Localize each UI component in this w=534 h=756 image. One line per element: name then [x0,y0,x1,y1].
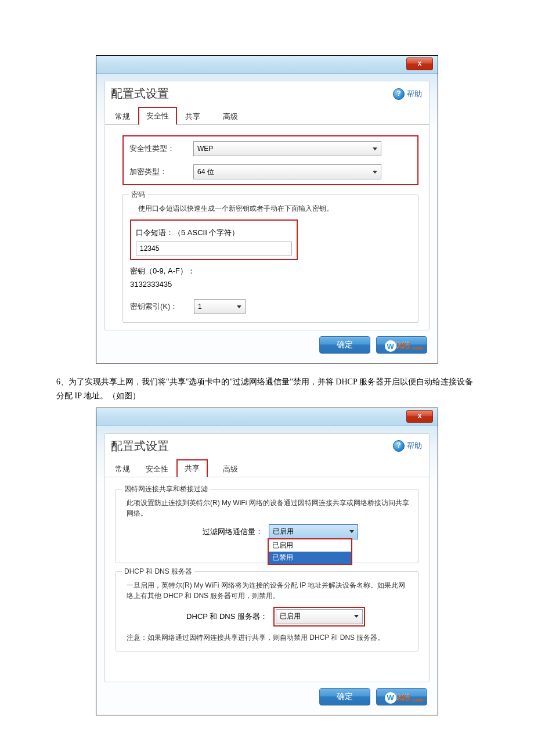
key-index-select[interactable]: 1 [194,299,246,314]
cancel-label: 取消 [394,692,410,702]
encrypt-type-select[interactable]: 64 位 [193,164,381,179]
password-group: 密码 使用口令短语以快速生成一个新密钥或者手动在下面输入密钥。 口令短语：（5 … [122,195,418,323]
passphrase-label: 口令短语：（5 ASCII 个字符） [136,228,292,238]
encrypt-type-label: 加密类型： [129,167,193,177]
dhcp-label: DHCP 和 DNS 服务器： [169,611,273,622]
tab-sharing[interactable]: 共享 [178,108,208,125]
dhcp-group: DHCP 和 DNS 服务器 一旦启用，英特尔(R) My WiFi 网络将为连… [116,571,418,651]
tabs: 常规 安全性 共享 高级 [105,106,429,125]
ok-button[interactable]: 确定 [319,336,370,354]
dhcp-select[interactable]: 已启用 [276,609,363,624]
dhcp-value: 已启用 [280,611,301,621]
filter-select[interactable]: 已启用 [269,524,358,539]
tabs: 常规 安全性 共享 高级 [105,459,429,477]
filter-desc: 此项设置防止连接到英特尔(R) My WiFi 网络的设备通过因特网连接共享或网… [127,498,411,519]
security-type-value: WEP [197,145,213,153]
tab-security[interactable]: 安全性 [138,107,177,125]
dialog-title: 配置式设置 [111,438,169,454]
chevron-down-icon [354,615,359,618]
filter-value: 已启用 [273,527,294,537]
titlebar: x [96,408,438,426]
cancel-label: 取消 [394,340,410,350]
tab-general[interactable]: 常规 [107,108,138,125]
filter-option-enabled[interactable]: 已启用 [269,539,351,552]
tab-security[interactable]: 安全性 [138,460,176,477]
help-label: 帮助 [407,441,422,451]
password-legend: 密码 [129,190,147,200]
password-desc: 使用口令短语以快速生成一个新密钥或者手动在下面输入密钥。 [138,203,411,214]
chevron-down-icon [349,530,354,533]
tab-advanced[interactable]: 高级 [215,460,246,477]
close-button[interactable]: x [406,410,433,423]
filter-legend: 因特网连接共享和桥接过滤 [122,484,210,494]
key-index-value: 1 [198,303,202,311]
help-icon: ? [393,440,405,452]
filter-dropdown: 已启用 已禁用 [269,539,351,564]
dialog-security: x 配置式设置 ? 帮助 常规 安全性 共享 高级 [96,55,438,363]
cancel-button[interactable]: 取消 WXIU.com [376,336,427,354]
ok-button[interactable]: 确定 [319,688,370,705]
security-type-select[interactable]: WEP [193,141,381,156]
filter-label: 过滤网络通信量： [176,527,269,537]
help-link[interactable]: ? 帮助 [393,440,422,452]
filter-group: 因特网连接共享和桥接过滤 此项设置防止连接到英特尔(R) My WiFi 网络的… [116,489,418,563]
key-value: 3132333435 [130,280,411,289]
filter-option-disabled[interactable]: 已禁用 [269,552,351,564]
cancel-button[interactable]: 取消 WXIU.com [376,688,427,705]
passphrase-input[interactable] [136,242,292,255]
chevron-down-icon [373,171,377,174]
help-icon: ? [393,88,405,100]
tab-advanced[interactable]: 高级 [215,108,246,125]
dhcp-note: 注意：如果网络通过因特网连接共享进行共享，则自动禁用 DHCP 和 DNS 服务… [127,632,411,643]
titlebar: x [96,56,438,74]
security-type-label: 安全性类型： [129,143,193,154]
dhcp-desc: 一旦启用，英特尔(R) My WiFi 网络将为连接的设备分配 IP 地址并解决… [127,580,411,601]
dhcp-legend: DHCP 和 DNS 服务器 [122,567,194,577]
chevron-down-icon [237,305,241,308]
tab-sharing[interactable]: 共享 [176,459,208,477]
key-label: 密钥（0-9, A-F）： [130,266,411,276]
help-link[interactable]: ? 帮助 [393,88,422,100]
key-index-label: 密钥索引(K)： [130,301,194,312]
help-label: 帮助 [407,89,422,99]
close-button[interactable]: x [406,57,433,70]
encrypt-type-value: 64 位 [197,167,214,177]
dialog-title: 配置式设置 [111,86,169,102]
dialog-sharing: x 配置式设置 ? 帮助 常规 安全性 共享 高级 [96,408,438,715]
step-6-text: 6、为了实现共享上网，我们将"共享"选项卡中的"过滤网络通信量"禁用，并将 DH… [56,375,478,403]
tab-general[interactable]: 常规 [107,460,138,477]
chevron-down-icon [373,147,377,150]
